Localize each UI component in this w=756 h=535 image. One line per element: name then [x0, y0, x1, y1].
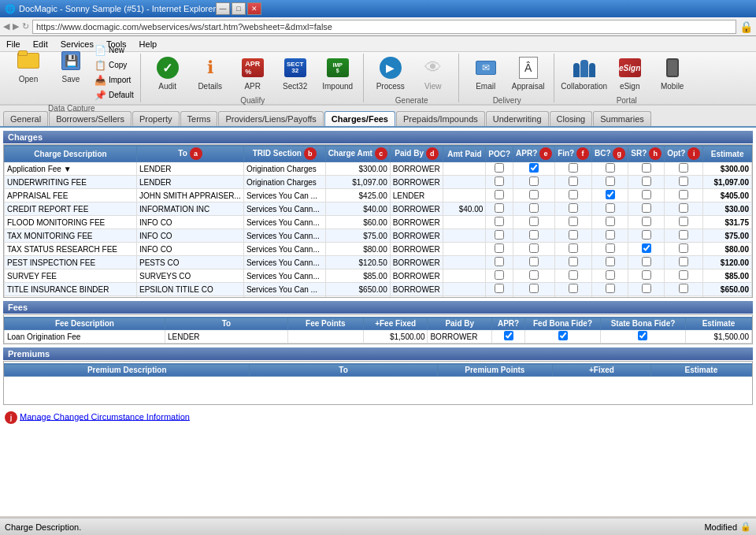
premiums-header: Premiums	[3, 347, 753, 360]
mobile-button[interactable]: Mobile	[652, 51, 693, 95]
menu-help[interactable]: Help	[136, 38, 161, 50]
prem-col-fixed[interactable]: +Fixed	[553, 364, 651, 377]
prem-col-desc[interactable]: Premium Description	[5, 364, 250, 377]
apr-icon: APR%	[242, 58, 264, 77]
fee-col-paidby[interactable]: Paid By	[428, 318, 492, 330]
tab-underwriting[interactable]: Underwriting	[486, 111, 549, 126]
new-button[interactable]: 📄 New	[93, 44, 135, 57]
tab-closing[interactable]: Closing	[550, 111, 593, 126]
tab-borrowers[interactable]: Borrowers/Sellers	[49, 111, 132, 126]
col-amt-paid[interactable]: Amt Paid	[443, 146, 486, 162]
toolbar-portal-group: Collaboration eSign eSign Mobile Portal	[556, 54, 698, 102]
toolbar-generate-group: ▶ Process 👁 View Generate	[365, 54, 459, 102]
collaboration-button[interactable]: Collaboration	[561, 51, 608, 95]
col-trid[interactable]: TRID Section b	[243, 146, 325, 162]
sect32-button[interactable]: SECT32 Sect32	[275, 51, 316, 95]
premiums-table-wrapper: Premium Description To Premium Points +F…	[3, 361, 753, 405]
default-button[interactable]: 📌 Default	[93, 89, 135, 102]
fee-col-fed[interactable]: Fed Bona Fide?	[525, 318, 601, 330]
col-charge-desc[interactable]: Charge Description	[5, 146, 137, 162]
fee-col-apr[interactable]: APR?	[492, 318, 525, 330]
col-poc[interactable]: POC?	[486, 146, 513, 162]
esign-icon: eSign	[619, 58, 641, 77]
fee-col-estimate[interactable]: Estimate	[685, 318, 751, 330]
sect32-icon: SECT32	[284, 58, 306, 77]
charges-table-wrapper[interactable]: Charge Description To a TRID Section b C…	[3, 144, 753, 298]
fee-col-desc[interactable]: Fee Description	[5, 318, 165, 330]
col-f-badge: f	[576, 147, 589, 160]
charges-row[interactable]: APPRAISAL FEEJOHN SMITH APPRAISER...Serv…	[5, 189, 752, 202]
fee-col-to[interactable]: To	[165, 318, 287, 330]
fee-col-fixed[interactable]: +Fee Fixed	[363, 318, 428, 330]
minimize-button[interactable]: —	[216, 2, 230, 15]
impound-button[interactable]: IMP$ Impound	[317, 51, 358, 95]
premiums-section: Premiums Premium Description To Premium …	[3, 347, 753, 405]
col-bc[interactable]: BC? g	[592, 146, 628, 162]
process-button[interactable]: ▶ Process	[370, 51, 411, 95]
toolbar: Open 💾 Save 📄 New 📋 Copy	[0, 52, 756, 106]
fee-col-state[interactable]: State Bona Fide?	[600, 318, 685, 330]
toolbar-datacapture-group: Open 💾 Save 📄 New 📋 Copy	[3, 54, 141, 102]
col-apr[interactable]: APR? e	[513, 146, 555, 162]
charges-row[interactable]: PEST INSPECTION FEEPESTS COServices You …	[5, 256, 752, 269]
prem-col-to[interactable]: To	[250, 364, 437, 377]
folder-icon	[17, 53, 39, 69]
collaboration-icon	[573, 58, 595, 77]
esign-button[interactable]: eSign eSign	[610, 51, 650, 95]
charges-row[interactable]: CREDIT REPORT FEEINFORMATION INCServices…	[5, 202, 752, 216]
close-button[interactable]: ✕	[247, 2, 261, 15]
tab-general[interactable]: General	[3, 111, 48, 126]
refresh-icon[interactable]: ↻	[22, 21, 29, 32]
manage-changed-link[interactable]: Manage Changed Circumstance Information	[20, 411, 190, 421]
manage-j-badge: j	[5, 411, 17, 424]
forward-icon[interactable]: ▶	[13, 21, 19, 32]
copy-button[interactable]: 📋 Copy	[93, 59, 135, 72]
appraisal-icon: Â	[519, 57, 538, 79]
prem-col-points[interactable]: Premium Points	[437, 364, 553, 377]
save-button[interactable]: 💾 Save	[50, 44, 91, 88]
col-to[interactable]: To a	[136, 146, 243, 162]
charges-row[interactable]: SURVEY FEESURVEYS COServices You Cann...…	[5, 269, 752, 283]
back-icon[interactable]: ◀	[3, 21, 9, 32]
col-g-badge: g	[613, 147, 625, 160]
audit-button[interactable]: ✓ Audit	[147, 51, 188, 95]
maximize-button[interactable]: □	[232, 2, 246, 15]
audit-icon: ✓	[157, 57, 179, 79]
tab-prepaids[interactable]: Prepaids/Impounds	[396, 111, 485, 126]
charges-row[interactable]: TAX MONITORING FEEINFO COServices You Ca…	[5, 229, 752, 243]
col-paid-by[interactable]: Paid By d	[390, 146, 443, 162]
fee-col-points[interactable]: Fee Points	[287, 318, 363, 330]
charges-row[interactable]: LENDER'S TITLE INSURANCEEPSILON TITLE CO…	[5, 296, 752, 299]
view-button[interactable]: 👁 View	[413, 51, 454, 95]
col-charge-amt[interactable]: Charge Amt c	[325, 146, 390, 162]
import-button[interactable]: 📥 Import	[93, 74, 135, 87]
col-h-badge: h	[649, 147, 662, 160]
email-button[interactable]: ✉ Email	[465, 51, 506, 95]
main-content: Charges Charge Description To a TRID Sec…	[0, 128, 756, 516]
impound-icon: IMP$	[327, 58, 349, 77]
tab-charges-fees[interactable]: Charges/Fees	[324, 111, 395, 126]
address-input[interactable]	[32, 20, 736, 34]
charges-section: Charges Charge Description To a TRID Sec…	[3, 131, 753, 298]
charges-row[interactable]: FLOOD MONITORING FEEINFO COServices You …	[5, 216, 752, 229]
fees-row[interactable]: Loan Origination FeeLENDER$1,500.00BORRO…	[5, 330, 752, 344]
charges-row[interactable]: UNDERWRITING FEELENDEROrigination Charge…	[5, 176, 752, 189]
prem-col-estimate[interactable]: Estimate	[650, 364, 751, 377]
tab-terms[interactable]: Terms	[180, 111, 218, 126]
col-fin[interactable]: Fin? f	[555, 146, 592, 162]
tab-property[interactable]: Property	[132, 111, 180, 126]
col-opt[interactable]: Opt? i	[665, 146, 703, 162]
tab-summaries[interactable]: Summaries	[593, 111, 651, 126]
tab-providers[interactable]: Providers/Liens/Payoffs	[218, 111, 323, 126]
status-text: Charge Description.	[5, 522, 81, 532]
col-estimate[interactable]: Estimate	[703, 146, 752, 162]
save-icon: 💾	[61, 51, 80, 70]
charges-row[interactable]: TITLE INSURANCE BINDEREPSILON TITILE COS…	[5, 283, 752, 296]
details-button[interactable]: ℹ Details	[190, 51, 231, 95]
col-sr[interactable]: SR? h	[628, 146, 665, 162]
charges-row[interactable]: TAX STATUS RESEARCH FEEINFO COServices Y…	[5, 243, 752, 256]
charges-row[interactable]: Application Fee ▼LENDEROrigination Charg…	[5, 162, 752, 176]
apr-button[interactable]: APR% APR	[232, 51, 273, 95]
appraisal-button[interactable]: Â Appraisal	[508, 51, 549, 95]
open-button[interactable]: Open	[8, 44, 49, 88]
